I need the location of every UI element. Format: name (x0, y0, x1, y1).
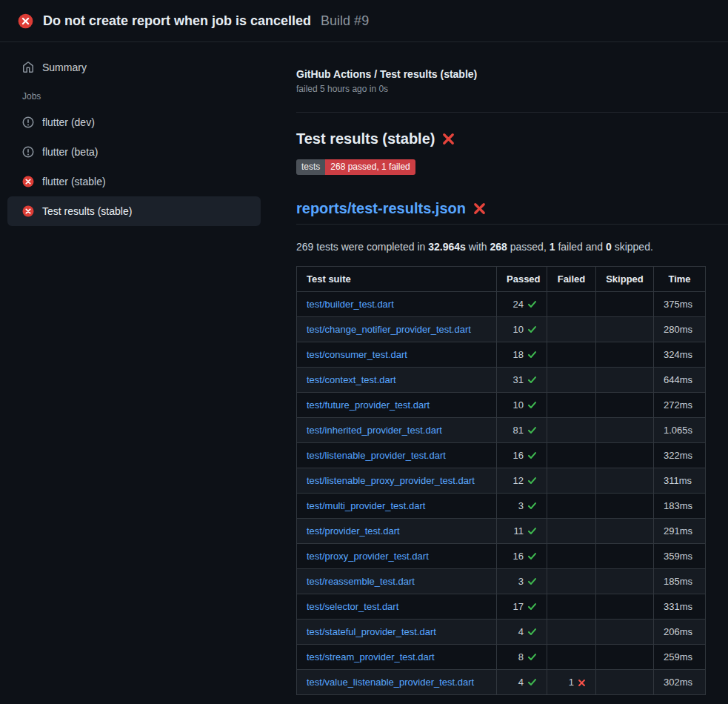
neutral-circle-icon (22, 116, 34, 128)
check-icon (527, 375, 537, 385)
test-suite-link[interactable]: test/stream_provider_test.dart (307, 651, 435, 663)
check-icon (527, 627, 537, 637)
suite-cell: test/value_listenable_provider_test.dart (297, 670, 497, 695)
table-row: test/future_provider_test.dart10272ms (297, 393, 706, 418)
test-results-table: Test suite Passed Failed Skipped Time te… (296, 266, 706, 695)
section-title: Test results (stable) (296, 130, 728, 147)
check-icon (527, 602, 537, 611)
test-suite-link[interactable]: test/stateful_provider_test.dart (307, 626, 436, 637)
column-header-test-suite: Test suite (297, 267, 497, 292)
time-cell: 206ms (654, 620, 706, 645)
table-row: test/multi_provider_test.dart3183ms (297, 494, 706, 519)
suite-cell: test/reassemble_test.dart (297, 569, 497, 594)
table-row: test/listenable_provider_test.dart16322m… (297, 443, 706, 468)
home-icon (22, 62, 34, 73)
test-suite-link[interactable]: test/builder_test.dart (307, 299, 394, 310)
test-suite-link[interactable]: test/future_provider_test.dart (307, 399, 430, 411)
summary-stat: 0 (606, 241, 612, 253)
check-icon (527, 677, 537, 687)
test-suite-link[interactable]: test/selector_test.dart (307, 601, 398, 612)
table-row: test/stream_provider_test.dart8259ms (297, 645, 706, 670)
suite-cell: test/listenable_proxy_provider_test.dart (297, 468, 497, 494)
skipped-cell (596, 519, 654, 544)
check-icon (527, 425, 537, 435)
time-cell: 183ms (654, 494, 706, 519)
failed-cell (547, 292, 596, 317)
job-label: flutter (beta) (42, 146, 98, 158)
passed-cell: 3 (497, 569, 547, 594)
passed-cell: 31 (497, 368, 547, 393)
skipped-cell (596, 594, 654, 620)
test-suite-link[interactable]: test/listenable_provider_test.dart (307, 450, 446, 461)
suite-cell: test/builder_test.dart (297, 292, 497, 317)
test-suite-link[interactable]: test/context_test.dart (307, 374, 396, 385)
suite-cell: test/consumer_test.dart (297, 342, 497, 368)
test-suite-link[interactable]: test/value_listenable_provider_test.dart (307, 677, 474, 688)
table-row: test/context_test.dart31644ms (297, 368, 706, 393)
passed-cell: 12 (497, 468, 547, 494)
passed-cell: 4 (497, 620, 547, 645)
status-line: failed 5 hours ago in 0s (296, 84, 728, 94)
time-cell: 359ms (654, 544, 706, 569)
summary-text: passed, (507, 241, 550, 253)
x-icon (578, 679, 586, 687)
skipped-cell (596, 368, 654, 393)
passed-cell: 17 (497, 594, 547, 620)
sidebar-item-flutter-dev[interactable]: flutter (dev) (7, 107, 261, 137)
job-label: flutter (dev) (42, 116, 95, 128)
test-suite-link[interactable]: test/provider_test.dart (307, 525, 400, 537)
summary-text: 269 tests were completed in (296, 241, 428, 253)
passed-cell: 24 (497, 292, 547, 317)
check-icon (527, 299, 537, 309)
test-suite-link[interactable]: test/inherited_provider_test.dart (307, 425, 442, 436)
test-suite-link[interactable]: test/listenable_proxy_provider_test.dart (307, 475, 475, 486)
test-suite-link[interactable]: test/change_notifier_provider_test.dart (307, 324, 471, 335)
check-icon (527, 476, 537, 485)
failed-cell: 1 (547, 670, 596, 695)
time-cell: 375ms (654, 292, 706, 317)
check-icon (527, 325, 537, 334)
x-circle-fail-icon (22, 205, 34, 217)
time-cell: 1.065s (654, 418, 706, 443)
table-row: test/inherited_provider_test.dart811.065… (297, 418, 706, 443)
failed-cell (547, 418, 596, 443)
skipped-cell (596, 393, 654, 418)
time-cell: 324ms (654, 342, 706, 368)
skipped-cell (596, 645, 654, 670)
summary-line: 269 tests were completed in 32.964s with… (296, 241, 728, 253)
skipped-cell (596, 620, 654, 645)
suite-cell: test/context_test.dart (297, 368, 497, 393)
test-suite-link[interactable]: test/consumer_test.dart (307, 349, 407, 360)
column-header-failed: Failed (547, 267, 596, 292)
table-row: test/selector_test.dart17331ms (297, 594, 706, 620)
failed-cell (547, 342, 596, 368)
run-header: Do not create report when job is cancell… (0, 0, 728, 42)
suite-cell: test/multi_provider_test.dart (297, 494, 497, 519)
main-content: GitHub Actions / Test results (stable) f… (278, 42, 728, 695)
skipped-cell (596, 292, 654, 317)
sidebar-jobs: flutter (dev)flutter (beta)flutter (stab… (0, 107, 278, 226)
summary-label: Summary (42, 62, 87, 73)
passed-cell: 10 (497, 393, 547, 418)
failed-cell (547, 368, 596, 393)
time-cell: 272ms (654, 393, 706, 418)
test-suite-link[interactable]: test/multi_provider_test.dart (307, 500, 425, 511)
failed-cell (547, 494, 596, 519)
report-file-link[interactable]: reports/test-results.json (296, 200, 466, 217)
sidebar-item-test-results-stable[interactable]: Test results (stable) (7, 196, 261, 226)
time-cell: 322ms (654, 443, 706, 468)
sidebar-item-summary[interactable]: Summary (0, 54, 278, 81)
time-cell: 311ms (654, 468, 706, 494)
jobs-heading: Jobs (0, 91, 278, 102)
summary-stat: 1 (550, 241, 555, 253)
sidebar-item-flutter-stable[interactable]: flutter (stable) (7, 167, 261, 196)
check-icon (527, 577, 537, 586)
test-suite-link[interactable]: test/reassemble_test.dart (307, 576, 415, 587)
passed-cell: 3 (497, 494, 547, 519)
passed-cell: 8 (497, 645, 547, 670)
check-icon (527, 501, 537, 511)
test-suite-link[interactable]: test/proxy_provider_test.dart (307, 551, 429, 562)
breadcrumb: GitHub Actions / Test results (stable) (296, 68, 728, 80)
table-row: test/stateful_provider_test.dart4206ms (297, 620, 706, 645)
sidebar-item-flutter-beta[interactable]: flutter (beta) (7, 137, 261, 167)
